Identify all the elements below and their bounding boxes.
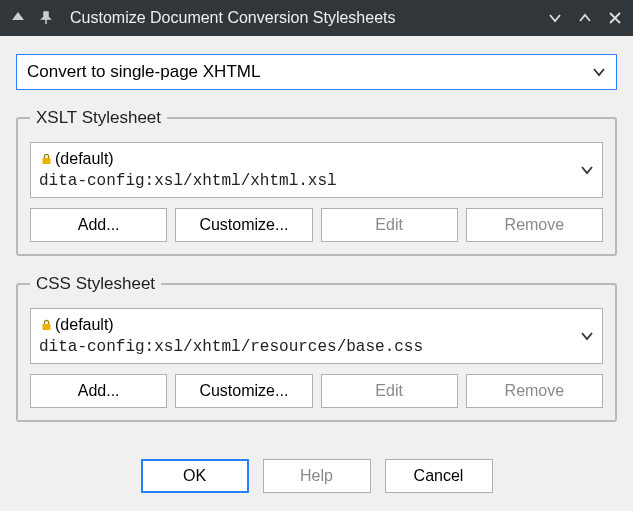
css-edit-button[interactable]: Edit <box>321 374 458 408</box>
xslt-remove-button[interactable]: Remove <box>466 208 603 242</box>
lock-icon <box>39 152 53 166</box>
svg-rect-0 <box>42 158 50 164</box>
dialog-body: Convert to single-page XHTML XSLT Styles… <box>0 36 633 447</box>
close-icon[interactable] <box>607 10 623 26</box>
lock-icon <box>39 318 53 332</box>
css-default-label: (default) <box>55 315 114 335</box>
xslt-customize-button[interactable]: Customize... <box>175 208 312 242</box>
help-button[interactable]: Help <box>263 459 371 493</box>
convert-format-combo[interactable]: Convert to single-page XHTML <box>16 54 617 90</box>
cancel-button[interactable]: Cancel <box>385 459 493 493</box>
css-group: CSS Stylesheet (default) dita-config:xsl… <box>16 274 617 422</box>
collapse-icon[interactable] <box>547 10 563 26</box>
xslt-edit-button[interactable]: Edit <box>321 208 458 242</box>
css-customize-button[interactable]: Customize... <box>175 374 312 408</box>
css-path-text: (default) dita-config:xsl/xhtml/resource… <box>39 313 572 359</box>
css-remove-button[interactable]: Remove <box>466 374 603 408</box>
window-title: Customize Document Conversion Stylesheet… <box>70 9 395 27</box>
chevron-down-icon <box>592 65 606 79</box>
chevron-down-icon <box>572 147 594 193</box>
xslt-group: XSLT Stylesheet (default) dita-config:xs… <box>16 108 617 256</box>
chevron-down-icon <box>572 313 594 359</box>
css-add-button[interactable]: Add... <box>30 374 167 408</box>
keep-above-icon[interactable] <box>10 10 26 26</box>
ok-button[interactable]: OK <box>141 459 249 493</box>
xslt-add-button[interactable]: Add... <box>30 208 167 242</box>
css-path-value: dita-config:xsl/xhtml/resources/base.css <box>39 337 572 357</box>
svg-rect-1 <box>42 324 50 330</box>
dialog-footer: OK Help Cancel <box>0 447 633 511</box>
xslt-path-text: (default) dita-config:xsl/xhtml/xhtml.xs… <box>39 147 572 193</box>
titlebar: Customize Document Conversion Stylesheet… <box>0 0 633 36</box>
xslt-legend: XSLT Stylesheet <box>30 108 167 128</box>
pin-icon[interactable] <box>38 10 54 26</box>
xslt-path-combo[interactable]: (default) dita-config:xsl/xhtml/xhtml.xs… <box>30 142 603 198</box>
css-path-combo[interactable]: (default) dita-config:xsl/xhtml/resource… <box>30 308 603 364</box>
convert-format-label: Convert to single-page XHTML <box>27 62 260 82</box>
css-legend: CSS Stylesheet <box>30 274 161 294</box>
xslt-button-row: Add... Customize... Edit Remove <box>30 208 603 242</box>
expand-icon[interactable] <box>577 10 593 26</box>
dialog-window: Customize Document Conversion Stylesheet… <box>0 0 633 511</box>
css-button-row: Add... Customize... Edit Remove <box>30 374 603 408</box>
xslt-default-label: (default) <box>55 149 114 169</box>
xslt-path-value: dita-config:xsl/xhtml/xhtml.xsl <box>39 171 572 191</box>
